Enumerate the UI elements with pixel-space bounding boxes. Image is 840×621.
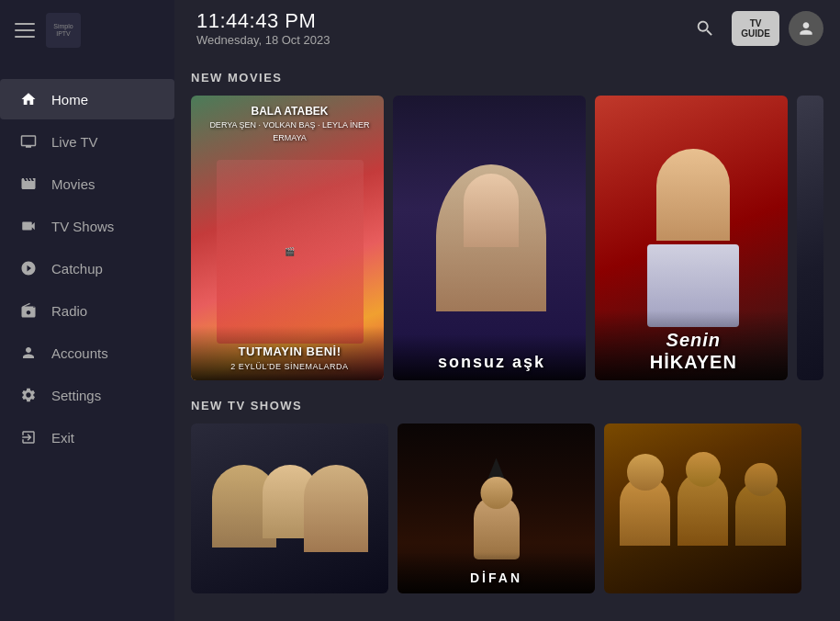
logo-text: Simplo IPTV	[53, 23, 73, 37]
sidebar-item-label-catchup: Catchup	[51, 261, 103, 277]
settings-icon	[18, 385, 39, 405]
sidebar-item-label-live-tv: Live TV	[51, 134, 98, 150]
tv-show-card-1[interactable]	[191, 423, 388, 593]
time-area: 11:44:43 PM Wednesday, 18 Oct 2023	[196, 9, 330, 47]
sidebar-item-movies[interactable]: Movies	[0, 164, 174, 204]
logo-box: Simplo IPTV	[46, 13, 81, 48]
live-tv-icon	[18, 131, 39, 152]
sidebar-item-label-settings: Settings	[51, 388, 101, 403]
main-content: 11:44:43 PM Wednesday, 18 Oct 2023 TV GU…	[174, 0, 840, 621]
sidebar-item-radio[interactable]: Radio	[0, 290, 174, 331]
catchup-icon	[18, 258, 39, 278]
radio-icon	[18, 300, 39, 321]
movie-card-senin-hikayen[interactable]: SeninHİKAYEN	[595, 96, 788, 380]
new-tv-shows-title: NEW TV SHOWS	[191, 399, 823, 412]
exit-icon	[18, 427, 39, 447]
poster-label-senin: SeninHİKAYEN	[595, 310, 788, 380]
main-nav: Home Live TV Movies TV Shows	[0, 61, 174, 621]
movie-card-tutmayim-beni[interactable]: BALA ATABEKDERYA ŞEN · VOLKAN BAŞ · LEYL…	[191, 96, 384, 380]
sidebar-item-label-radio: Radio	[51, 303, 87, 319]
new-movies-row: BALA ATABEKDERYA ŞEN · VOLKAN BAŞ · LEYL…	[191, 96, 823, 380]
movies-icon	[18, 174, 39, 194]
current-time: 11:44:43 PM	[196, 9, 330, 33]
home-icon	[18, 89, 39, 109]
new-tv-shows-row: DİFAN	[191, 423, 823, 593]
topbar-right: TV GUIDE	[688, 11, 823, 46]
sidebar-item-exit[interactable]: Exit	[0, 417, 174, 457]
poster-label-sonsuz: sonsuz aşk	[393, 334, 586, 380]
search-button[interactable]	[688, 11, 722, 46]
sidebar-item-home[interactable]: Home	[0, 79, 174, 119]
content-area: NEW MOVIES BALA ATABEKDERYA ŞEN · VOLKAN…	[174, 56, 840, 621]
sidebar-item-settings[interactable]: Settings	[0, 375, 174, 415]
logo-area: Simplo IPTV	[46, 13, 81, 48]
tv-shows-icon	[18, 216, 39, 236]
sidebar-item-accounts[interactable]: Accounts	[0, 333, 174, 373]
sidebar-item-catchup[interactable]: Catchup	[0, 248, 174, 288]
sidebar-header: Simplo IPTV	[0, 0, 174, 61]
tv-guide-button[interactable]: TV GUIDE	[732, 11, 779, 46]
movie-card-partial[interactable]: F	[797, 96, 823, 380]
accounts-icon	[18, 343, 39, 363]
sidebar-item-label-tv-shows: TV Shows	[51, 219, 114, 234]
current-date: Wednesday, 18 Oct 2023	[196, 33, 330, 47]
profile-button[interactable]	[789, 11, 823, 46]
sidebar-item-label-home: Home	[51, 92, 88, 107]
tv-show-card-loki[interactable]	[604, 423, 801, 593]
sidebar-item-live-tv[interactable]: Live TV	[0, 121, 174, 162]
tv-show-card-2[interactable]: DİFAN	[398, 423, 595, 593]
sidebar: Simplo IPTV Home Live TV Movies	[0, 0, 174, 621]
new-movies-title: NEW MOVIES	[191, 71, 823, 85]
poster-label-difan: DİFAN	[398, 552, 595, 593]
sidebar-item-label-exit: Exit	[51, 430, 74, 446]
hamburger-menu-button[interactable]	[15, 23, 35, 38]
sidebar-item-label-accounts: Accounts	[51, 345, 108, 361]
poster-label-tutmayim: TUTMAYIN BENİ!2 EYLÜL'DE SİNEMALARDA	[191, 326, 384, 380]
sidebar-item-label-movies: Movies	[51, 176, 95, 192]
movie-card-sonsuz-ask[interactable]: sonsuz aşk	[393, 96, 586, 380]
sidebar-item-tv-shows[interactable]: TV Shows	[0, 206, 174, 246]
topbar: 11:44:43 PM Wednesday, 18 Oct 2023 TV GU…	[174, 0, 840, 56]
